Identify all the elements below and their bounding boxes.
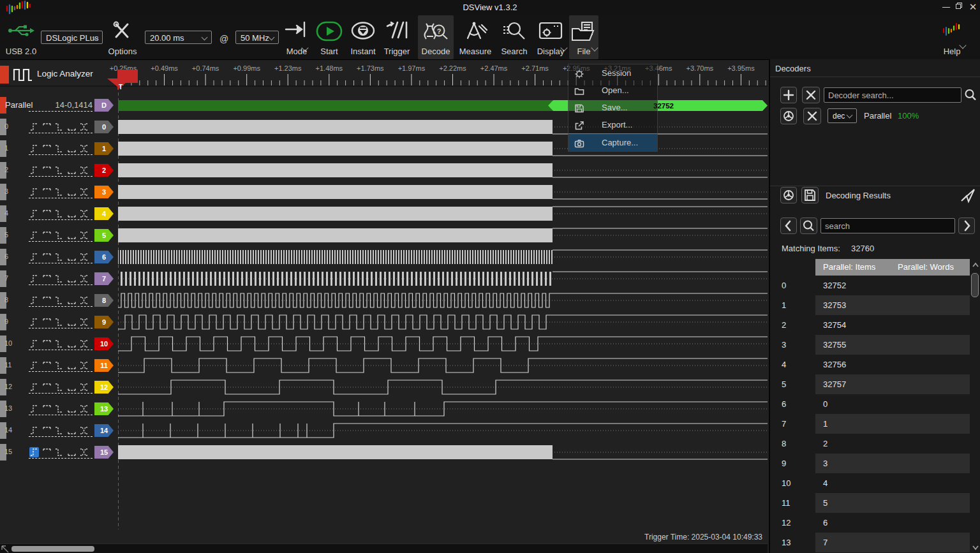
menu-item-export[interactable]: Export... — [568, 116, 657, 133]
trigger-low-level-button[interactable] — [67, 230, 77, 240]
channel-row-3[interactable]: 3 3 — [0, 181, 118, 203]
minimize-button[interactable]: — — [940, 1, 952, 13]
result-row-13[interactable]: 13 7 — [770, 533, 980, 552]
result-row-10[interactable]: 10 4 — [770, 473, 980, 493]
prev-result-button[interactable] — [780, 218, 797, 234]
delete-all-decoders-button[interactable] — [802, 87, 820, 103]
search-button[interactable]: Search — [498, 15, 530, 59]
trigger-any-edge-button[interactable] — [79, 360, 89, 371]
trigger-low-level-button[interactable] — [67, 274, 77, 284]
trigger-falling-edge-button[interactable] — [54, 339, 64, 349]
result-row-5[interactable]: 5 32757 — [770, 374, 980, 394]
result-row-1[interactable]: 1 32753 — [770, 295, 980, 315]
trigger-any-edge-button[interactable] — [79, 339, 89, 349]
decoder-badge[interactable]: D — [94, 99, 114, 112]
channel-row-15[interactable]: 15 15 — [0, 441, 118, 463]
trigger-low-level-button[interactable] — [67, 447, 77, 457]
channel-badge[interactable]: 5 — [94, 229, 114, 242]
trigger-low-level-button[interactable] — [67, 317, 77, 327]
trigger-any-edge-button[interactable] — [79, 122, 89, 132]
trigger-any-edge-button[interactable] — [79, 187, 89, 197]
channel-row-4[interactable]: 4 4 — [0, 203, 118, 225]
horizontal-scroll-thumb[interactable] — [11, 546, 94, 552]
trigger-any-edge-button[interactable] — [79, 317, 89, 327]
channel-row-1[interactable]: 1 1 — [0, 138, 118, 159]
trigger-low-level-button[interactable] — [67, 360, 77, 371]
channel-row-10[interactable]: 10 10 — [0, 333, 118, 355]
result-row-11[interactable]: 11 5 — [770, 493, 980, 513]
trigger-falling-edge-button[interactable] — [54, 295, 64, 306]
trigger-rising-edge-button[interactable] — [29, 447, 39, 457]
trigger-falling-edge-button[interactable] — [54, 252, 64, 262]
trigger-rising-edge-button[interactable] — [29, 404, 39, 414]
result-row-6[interactable]: 6 0 — [770, 394, 980, 414]
trigger-rising-edge-button[interactable] — [29, 339, 39, 349]
channel-wave-1[interactable] — [118, 142, 768, 156]
channel-wave-6[interactable] — [118, 250, 768, 264]
channel-wave-3[interactable] — [118, 185, 768, 199]
trigger-any-edge-button[interactable] — [79, 209, 89, 219]
trigger-high-level-button[interactable] — [42, 230, 52, 240]
format-select[interactable]: dec — [828, 108, 857, 123]
channel-wave-2[interactable] — [118, 163, 768, 177]
trigger-falling-edge-button[interactable] — [54, 447, 64, 457]
sample-duration-select[interactable]: 20.00 ms — [145, 31, 212, 44]
trigger-high-level-button[interactable] — [42, 339, 52, 349]
channel-wave-4[interactable] — [118, 207, 768, 221]
results-search-button[interactable] — [800, 218, 817, 234]
trigger-low-level-button[interactable] — [67, 209, 77, 219]
trigger-rising-edge-button[interactable] — [29, 317, 39, 327]
samplerate-select[interactable]: 50 MHz — [235, 31, 279, 44]
trigger-any-edge-button[interactable] — [79, 230, 89, 240]
result-row-0[interactable]: 0 32752 — [770, 276, 980, 295]
display-button[interactable]: Display — [533, 15, 568, 59]
result-row-3[interactable]: 3 32755 — [770, 335, 980, 355]
channel-badge[interactable]: 9 — [94, 316, 114, 328]
result-row-7[interactable]: 7 1 — [770, 414, 980, 434]
result-row-12[interactable]: 12 6 — [770, 513, 980, 533]
trigger-rising-edge-button[interactable] — [29, 209, 39, 219]
result-row-4[interactable]: 4 32756 — [770, 355, 980, 374]
trigger-any-edge-button[interactable] — [79, 252, 89, 262]
file-button[interactable]: File — [569, 15, 598, 59]
result-row-2[interactable]: 2 32754 — [770, 315, 980, 335]
goto-row-icon[interactable] — [960, 187, 976, 203]
trigger-any-edge-button[interactable] — [79, 144, 89, 154]
trigger-button[interactable]: Trigger — [381, 15, 413, 59]
channel-row-0[interactable]: 0 0 — [0, 116, 118, 138]
scroll-down-icon[interactable] — [971, 543, 980, 552]
trigger-high-level-button[interactable] — [42, 252, 52, 262]
channel-wave-5[interactable] — [118, 228, 768, 242]
channel-badge[interactable]: 7 — [94, 272, 114, 285]
trigger-falling-edge-button[interactable] — [54, 317, 64, 327]
trigger-falling-edge-button[interactable] — [54, 187, 64, 197]
trigger-falling-edge-button[interactable] — [54, 274, 64, 284]
trigger-rising-edge-button[interactable] — [29, 144, 39, 154]
results-options-button[interactable] — [780, 187, 797, 203]
channel-badge[interactable]: 0 — [94, 121, 114, 133]
channel-row-13[interactable]: 13 13 — [0, 398, 118, 420]
trigger-high-level-button[interactable] — [42, 274, 52, 284]
menu-item-session[interactable]: Session — [568, 64, 657, 82]
trigger-rising-edge-button[interactable] — [29, 230, 39, 240]
channel-badge[interactable]: 4 — [94, 207, 114, 220]
vertical-scroll-thumb[interactable] — [971, 273, 979, 297]
decoder-search-input[interactable] — [824, 87, 961, 103]
trigger-rising-edge-button[interactable] — [29, 360, 39, 371]
start-button[interactable]: Start — [315, 15, 344, 59]
channel-row-6[interactable]: 6 6 — [0, 246, 118, 268]
channel-badge[interactable]: 8 — [94, 294, 114, 307]
trigger-high-level-button[interactable] — [42, 122, 52, 132]
add-decoder-button[interactable] — [780, 87, 797, 103]
trigger-low-level-button[interactable] — [67, 382, 77, 392]
options-button[interactable]: Options — [107, 15, 138, 59]
trigger-rising-edge-button[interactable] — [29, 187, 39, 197]
trigger-falling-edge-button[interactable] — [54, 122, 64, 132]
trigger-high-level-button[interactable] — [42, 425, 52, 436]
trigger-falling-edge-button[interactable] — [54, 230, 64, 240]
trigger-any-edge-button[interactable] — [79, 447, 89, 457]
channel-badge[interactable]: 15 — [94, 446, 114, 459]
device-select[interactable]: DSLogic PLus — [41, 31, 103, 44]
trigger-rising-edge-button[interactable] — [29, 295, 39, 306]
trigger-low-level-button[interactable] — [67, 425, 77, 436]
